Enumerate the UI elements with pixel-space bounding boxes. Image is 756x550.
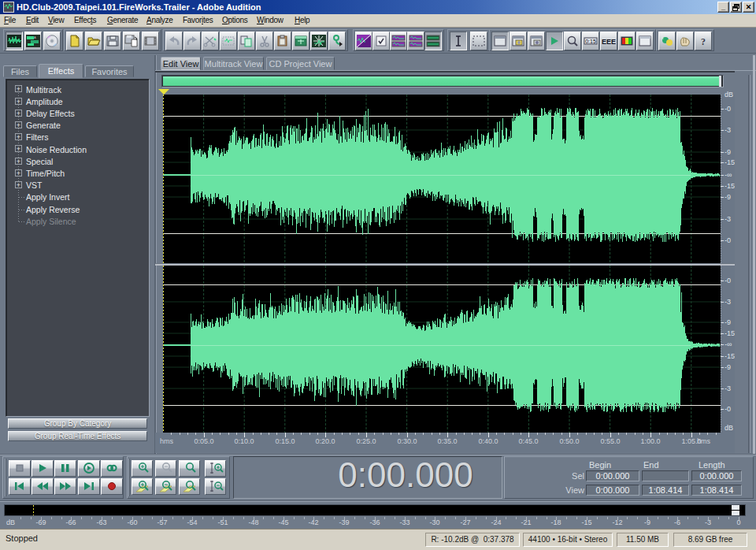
svg-text:A: A [34, 35, 36, 39]
svg-text:0:15: 0:15 [585, 39, 596, 44]
svg-text:EEE: EEE [602, 38, 616, 46]
svg-text:?: ? [701, 36, 706, 47]
